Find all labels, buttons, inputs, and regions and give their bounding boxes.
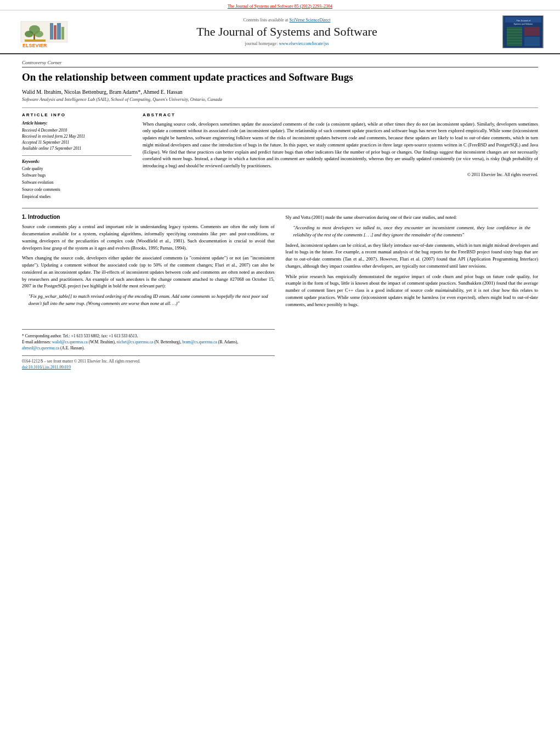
journal-cover-svg: The Journal of Systems and Software <box>504 16 542 48</box>
svg-rect-8 <box>57 23 61 39</box>
journal-title: The Journal of Systems and Software <box>71 25 502 39</box>
footnote-corresponding: * Corresponding author. Tel.: +1 613 533… <box>22 333 275 339</box>
svg-point-2 <box>25 31 33 37</box>
svg-text:The Journal of: The Journal of <box>516 19 530 22</box>
body-right-column: Sly and Votta (2001) made the same obser… <box>286 214 539 370</box>
svg-rect-7 <box>54 25 56 39</box>
article-content: Controversy Corner On the relationship b… <box>0 54 560 375</box>
contents-text: Contents lists available at <box>244 18 289 22</box>
received-date: Received 4 December 2010 <box>22 127 132 133</box>
bottom-bar: 0164-1212/$ – see front matter © 2011 El… <box>22 355 275 364</box>
email-label: E-mail addresses: <box>22 340 51 344</box>
article-title: On the relationship between comment upda… <box>22 71 538 84</box>
article-history: Article history: Received 4 December 201… <box>22 121 132 156</box>
right-body-text-2: Indeed, inconsistent updates can be crit… <box>286 242 539 308</box>
abstract-column: ABSTRACT When changing source code, deve… <box>143 112 538 201</box>
keywords-block: Keywords: Code quality Software bugs Sof… <box>22 159 132 201</box>
footnote-emails: E-mail addresses: walid@cs.queensu.ca (W… <box>22 339 275 352</box>
journal-header: ELSEVIER Contents lists available at Sci… <box>0 10 560 54</box>
intro-heading: 1. Introduction <box>22 214 275 220</box>
svg-rect-5 <box>25 39 46 42</box>
svg-rect-16 <box>524 27 540 36</box>
keyword-1: Code quality <box>22 166 132 173</box>
history-label: Article history: <box>22 121 132 126</box>
email-link-2[interactable]: nichet@cs.queensu.ca <box>117 340 153 344</box>
journal-citation-link[interactable]: The Journal of Systems and Software 85 (… <box>228 4 332 9</box>
keywords-label: Keywords: <box>22 159 132 164</box>
accepted-date: Accepted 11 September 2011 <box>22 139 132 145</box>
journal-thumbnail: The Journal of Systems and Software <box>502 15 544 48</box>
article-info-column: ARTICLE INFO Article history: Received 4… <box>22 112 132 201</box>
svg-rect-6 <box>50 23 53 39</box>
article-info-abstract: ARTICLE INFO Article history: Received 4… <box>22 108 538 201</box>
keyword-4: Source code comments <box>22 186 132 194</box>
authors: Walid M. Ibrahim, Nicolas Bettenburg, Br… <box>22 89 538 95</box>
keyword-2: Software bugs <box>22 172 132 179</box>
svg-rect-17 <box>524 37 540 46</box>
affiliation: Software Analysis and Intelligence Lab (… <box>22 97 538 102</box>
copyright: © 2011 Elsevier Inc. All rights reserved… <box>143 172 538 178</box>
doi-link[interactable]: doi:10.1016/j.jss.2011.09.019 <box>22 365 71 370</box>
abstract-text: When changing source code, developers so… <box>143 121 538 178</box>
available-date: Available online 17 September 2011 <box>22 145 132 151</box>
svg-text:Systems and Software: Systems and Software <box>513 23 533 25</box>
elsevier-logo-svg: ELSEVIER <box>18 19 70 49</box>
email-link-3[interactable]: bram@cs.queensu.ca <box>182 340 217 344</box>
svg-rect-9 <box>61 27 64 39</box>
elsevier-logo: ELSEVIER <box>16 15 71 49</box>
email-link[interactable]: walid@cs.queensu.ca <box>52 340 88 344</box>
doi-line: doi:10.1016/j.jss.2011.09.019 <box>22 365 275 370</box>
top-banner: The Journal of Systems and Software 85 (… <box>0 0 560 10</box>
sciverse-link[interactable]: SciVerse ScienceDirect <box>290 18 331 22</box>
body-content: 1. Introduction Source code comments pla… <box>22 208 538 370</box>
page: The Journal of Systems and Software 85 (… <box>0 0 560 741</box>
footnote-area: * Corresponding author. Tel.: +1 613 533… <box>22 329 275 352</box>
block-quote-1: "Fix pg_wchar_table[] to match revised o… <box>29 293 268 307</box>
right-body-text: Sly and Votta (2001) made the same obser… <box>286 214 539 221</box>
journal-center: Contents lists available at SciVerse Sci… <box>71 18 502 46</box>
keyword-3: Software evolution <box>22 179 132 186</box>
svg-text:ELSEVIER: ELSEVIER <box>22 43 47 48</box>
body-left-column: 1. Introduction Source code comments pla… <box>22 214 275 370</box>
homepage-label: journal homepage: <box>245 41 278 46</box>
article-info-label: ARTICLE INFO <box>22 112 132 117</box>
section-label: Controversy Corner <box>22 60 538 67</box>
block-quote-2: "According to most developers we talked … <box>293 224 531 239</box>
homepage-url[interactable]: www.elsevier.com/locate/jss <box>279 41 329 46</box>
abstract-label: ABSTRACT <box>143 112 538 117</box>
intro-body: Source code comments play a central and … <box>22 223 275 290</box>
keyword-5: Empirical studies <box>22 194 132 201</box>
email-link-4[interactable]: ahmed@cs.queensu.ca <box>22 346 59 350</box>
revised-date: Received in revised form 22 May 2011 <box>22 133 132 139</box>
journal-homepage: journal homepage: www.elsevier.com/locat… <box>71 41 502 46</box>
sciverse-line: Contents lists available at SciVerse Sci… <box>71 18 502 22</box>
issn-text: 0164-1212/$ – see front matter © 2011 El… <box>22 359 140 364</box>
svg-point-3 <box>35 31 43 37</box>
